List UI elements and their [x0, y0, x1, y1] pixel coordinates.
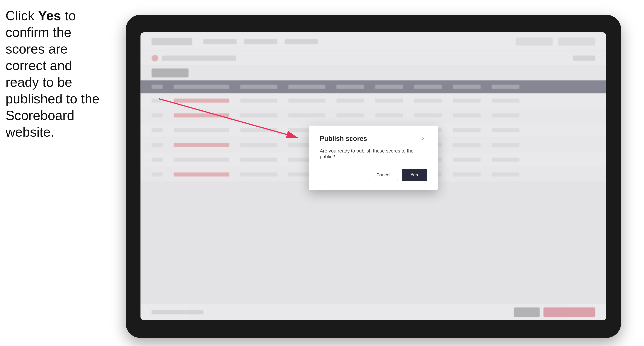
instruction-suffix: to confirm the scores are correct and re… — [6, 8, 100, 139]
modal-overlay: Publish scores × Are you ready to publis… — [140, 32, 606, 320]
cancel-button[interactable]: Cancel — [369, 169, 398, 181]
publish-scores-modal: Publish scores × Are you ready to publis… — [309, 126, 438, 190]
instruction-prefix: Click — [6, 8, 38, 23]
modal-title: Publish scores — [320, 135, 367, 143]
tablet-screen: Publish scores × Are you ready to publis… — [140, 32, 606, 320]
modal-header: Publish scores × — [320, 135, 427, 143]
tablet-frame: Publish scores × Are you ready to publis… — [126, 15, 621, 338]
instruction-bold: Yes — [38, 8, 61, 23]
yes-button[interactable]: Yes — [402, 169, 427, 181]
modal-body-text: Are you ready to publish these scores to… — [320, 148, 427, 160]
modal-close-button[interactable]: × — [420, 135, 427, 142]
instruction-text: Click Yes to confirm the scores are corr… — [6, 7, 109, 140]
modal-footer: Cancel Yes — [320, 169, 427, 181]
